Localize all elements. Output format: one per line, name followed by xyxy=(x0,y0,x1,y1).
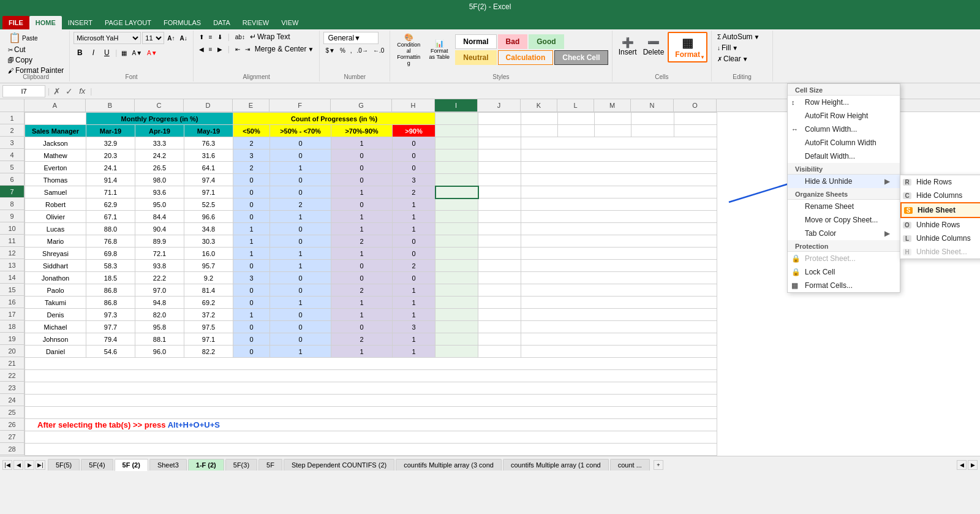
merge-center-button[interactable]: Merge & Center▼ xyxy=(253,44,316,54)
cell-N2[interactable] xyxy=(631,125,674,137)
cell-G11[interactable]: 2 xyxy=(331,235,393,248)
cell-D18[interactable]: 97.5 xyxy=(184,321,233,333)
cell-G5[interactable]: 0 xyxy=(331,162,393,174)
cell-B5[interactable]: 24.1 xyxy=(86,162,135,174)
tab-page-layout[interactable]: PAGE LAYOUT xyxy=(99,16,157,29)
cell-B12[interactable]: 69.8 xyxy=(86,248,135,260)
indent-decrease-button[interactable]: ⇤ xyxy=(233,45,242,53)
cell-J3[interactable] xyxy=(478,137,521,149)
decimal-decrease-button[interactable]: ←.0 xyxy=(371,47,386,55)
cell-H15[interactable]: 1 xyxy=(393,284,435,297)
cell-D5[interactable]: 64.1 xyxy=(184,162,233,174)
col-header-F[interactable]: F xyxy=(270,99,331,111)
align-bottom-button[interactable]: ⬇ xyxy=(216,33,224,41)
row-header-24[interactable]: 24 xyxy=(0,394,24,406)
cell-J6[interactable] xyxy=(478,174,521,186)
paste-button[interactable]: 📋 Paste xyxy=(6,32,40,44)
cell-H9[interactable]: 1 xyxy=(393,211,435,223)
cell-C12[interactable]: 72.1 xyxy=(135,248,184,260)
cell-E20[interactable]: 0 xyxy=(233,346,270,358)
comma-button[interactable]: , xyxy=(349,47,354,55)
tab-home[interactable]: HOME xyxy=(29,16,62,29)
hide-sheet-item[interactable]: S Hide Sheet xyxy=(900,202,980,218)
cell-I14[interactable] xyxy=(435,272,478,284)
tab-color-item[interactable]: Tab Color ▶ xyxy=(788,227,900,240)
row-header-14[interactable]: 14 xyxy=(0,271,24,284)
row-header-6[interactable]: 6 xyxy=(0,173,24,186)
row-header-27[interactable]: 27 xyxy=(0,431,24,443)
cell-E3[interactable]: 2 xyxy=(233,137,270,149)
row-header-8[interactable]: 8 xyxy=(0,198,24,210)
cell-E7[interactable]: 0 xyxy=(233,186,270,198)
cell-F17[interactable]: 0 xyxy=(270,309,331,321)
cell-J7[interactable] xyxy=(478,186,521,198)
cell-C18[interactable]: 95.8 xyxy=(135,321,184,333)
row-height-item[interactable]: ↕ Row Height... xyxy=(788,96,900,109)
row-header-3[interactable]: 3 xyxy=(0,137,24,149)
cell-C2[interactable]: Apr-19 xyxy=(135,125,184,137)
font-size-select[interactable]: 11 xyxy=(142,32,164,44)
row-header-21[interactable]: 21 xyxy=(0,357,24,369)
cell-J11[interactable] xyxy=(478,235,521,248)
cell-I15[interactable] xyxy=(435,284,478,297)
cell-I9[interactable] xyxy=(435,211,478,223)
cell-E5[interactable]: 2 xyxy=(233,162,270,174)
default-width-item[interactable]: Default Width... xyxy=(788,149,900,163)
conditional-formatting-button[interactable]: 🎨 Conditional Formatting xyxy=(394,32,423,67)
cell-A19[interactable]: Johnson xyxy=(25,333,86,346)
cell-I6[interactable] xyxy=(435,174,478,186)
cell-I10[interactable] xyxy=(435,223,478,235)
cell-G12[interactable]: 1 xyxy=(331,248,393,260)
cell-B16[interactable]: 86.8 xyxy=(86,297,135,309)
cell-F2[interactable]: >50% - <70% xyxy=(270,125,331,137)
tab-view[interactable]: VIEW xyxy=(275,16,304,29)
cell-D3[interactable]: 76.3 xyxy=(184,137,233,149)
cell-B10[interactable]: 88.0 xyxy=(86,223,135,235)
cell-A10[interactable]: Lucas xyxy=(25,223,86,235)
tab-5F3[interactable]: 5F(3) xyxy=(225,459,257,471)
cell-I13[interactable] xyxy=(435,260,478,272)
scroll-left-button[interactable]: ◀ xyxy=(957,460,967,470)
copy-button[interactable]: 🗐 Copy xyxy=(6,55,34,65)
cell-C14[interactable]: 22.2 xyxy=(135,272,184,284)
autofit-col-item[interactable]: AutoFit Column Width xyxy=(788,136,900,149)
cell-J20[interactable] xyxy=(478,346,521,358)
cell-B7[interactable]: 71.1 xyxy=(86,186,135,198)
row-header-19[interactable]: 19 xyxy=(0,333,24,345)
name-box[interactable] xyxy=(2,85,45,97)
cell-G4[interactable]: 0 xyxy=(331,149,393,162)
col-header-M[interactable]: M xyxy=(594,99,631,111)
cell-D14[interactable]: 9.2 xyxy=(184,272,233,284)
neutral-style[interactable]: Neutral xyxy=(455,50,496,65)
tab-1F2[interactable]: 1-F (2) xyxy=(188,459,224,471)
cell-H11[interactable]: 0 xyxy=(393,235,435,248)
cell-J12[interactable] xyxy=(478,248,521,260)
cell-F6[interactable]: 0 xyxy=(270,174,331,186)
format-button[interactable]: ▦ Format ▼ xyxy=(668,32,707,62)
cell-F10[interactable]: 0 xyxy=(270,223,331,235)
cell-I8[interactable] xyxy=(435,198,478,211)
cell-C6[interactable]: 98.0 xyxy=(135,174,184,186)
cell-J16[interactable] xyxy=(478,297,521,309)
cell-J9[interactable] xyxy=(478,211,521,223)
cell-H19[interactable]: 1 xyxy=(393,333,435,346)
cell-C7[interactable]: 93.6 xyxy=(135,186,184,198)
cell-C13[interactable]: 93.8 xyxy=(135,260,184,272)
calculation-style[interactable]: Calculation xyxy=(498,50,554,65)
cell-A9[interactable]: Olivier xyxy=(25,211,86,223)
cell-N1[interactable] xyxy=(631,113,674,125)
cell-F9[interactable]: 1 xyxy=(270,211,331,223)
bad-style[interactable]: Bad xyxy=(498,34,528,49)
cell-B15[interactable]: 86.8 xyxy=(86,284,135,297)
row-header-1[interactable]: 1 xyxy=(0,112,24,124)
col-header-J[interactable]: J xyxy=(478,99,521,111)
tab-formulas[interactable]: FORMULAS xyxy=(157,16,207,29)
cell-H2[interactable]: >90% xyxy=(393,125,435,137)
row-header-15[interactable]: 15 xyxy=(0,284,24,296)
cell-C8[interactable]: 95.0 xyxy=(135,198,184,211)
number-format-dropdown[interactable]: General▼ xyxy=(323,32,379,44)
row-header-12[interactable]: 12 xyxy=(0,247,24,259)
col-header-D[interactable]: D xyxy=(184,99,233,111)
row-header-10[interactable]: 10 xyxy=(0,222,24,235)
cell-I20[interactable] xyxy=(435,346,478,358)
